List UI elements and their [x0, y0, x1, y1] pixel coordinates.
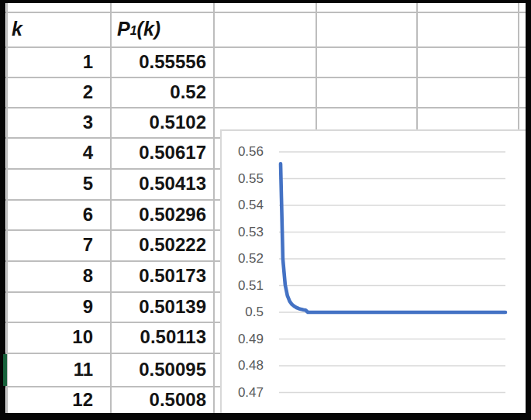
- chart-series-line[interactable]: [281, 164, 505, 312]
- header-p-base: P: [117, 18, 130, 40]
- cell-p1k-row-12[interactable]: 0.5008: [112, 386, 206, 413]
- cell-k-row-6[interactable]: 6: [7, 199, 102, 229]
- cell-k-row-2[interactable]: 2: [7, 77, 102, 107]
- header-p-sub: 1: [130, 24, 137, 38]
- cell-p1k-row-3[interactable]: 0.5102: [112, 107, 206, 137]
- cell-p1k-row-2[interactable]: 0.52: [112, 77, 206, 107]
- cell-p1k-row-5[interactable]: 0.50413: [112, 168, 206, 199]
- header-p-arg: k: [143, 18, 154, 40]
- gridline: [315, 3, 317, 129]
- column-header-k[interactable]: k: [12, 12, 105, 46]
- gridline: [416, 3, 418, 129]
- header-k-label: k: [12, 18, 22, 40]
- cell-p1k-row-9[interactable]: 0.50139: [112, 291, 206, 322]
- cell-p1k-row-4[interactable]: 0.50617: [112, 137, 206, 168]
- cell-k-row-3[interactable]: 3: [7, 107, 102, 137]
- cell-k-row-12[interactable]: 12: [7, 386, 102, 413]
- cell-selection-marker: [3, 354, 7, 386]
- cell-k-row-5[interactable]: 5: [7, 168, 102, 199]
- cell-p1k-row-10[interactable]: 0.50113: [112, 322, 206, 353]
- cell-k-row-9[interactable]: 9: [7, 291, 102, 322]
- cell-p1k-row-11[interactable]: 0.50095: [112, 353, 206, 386]
- gridline: [518, 3, 519, 129]
- embedded-chart[interactable]: 0.560.550.540.530.520.510.50.490.480.47: [220, 129, 526, 413]
- cell-k-row-7[interactable]: 7: [7, 229, 102, 260]
- cell-k-row-1[interactable]: 1: [7, 46, 102, 77]
- header-paren-open: (: [137, 18, 143, 40]
- cell-k-row-8[interactable]: 8: [7, 260, 102, 291]
- spreadsheet-screenshot: { "table": { "header": { "k_label": "k",…: [0, 0, 531, 420]
- cell-k-row-11[interactable]: 11: [7, 353, 102, 386]
- column-header-p1k[interactable]: P1(k): [117, 12, 212, 46]
- cell-p1k-row-6[interactable]: 0.50296: [112, 199, 206, 229]
- cell-p1k-row-7[interactable]: 0.50222: [112, 229, 206, 260]
- cell-p1k-row-1[interactable]: 0.55556: [112, 46, 206, 77]
- header-paren-close: ): [154, 18, 160, 40]
- cell-p1k-row-8[interactable]: 0.50173: [112, 260, 206, 291]
- spreadsheet-grid: k P1(k) 10.5555620.5230.510240.5061750.5…: [5, 3, 526, 413]
- cell-k-row-10[interactable]: 10: [7, 322, 102, 353]
- chart-plot-area: [222, 131, 527, 415]
- cell-k-row-4[interactable]: 4: [7, 137, 102, 168]
